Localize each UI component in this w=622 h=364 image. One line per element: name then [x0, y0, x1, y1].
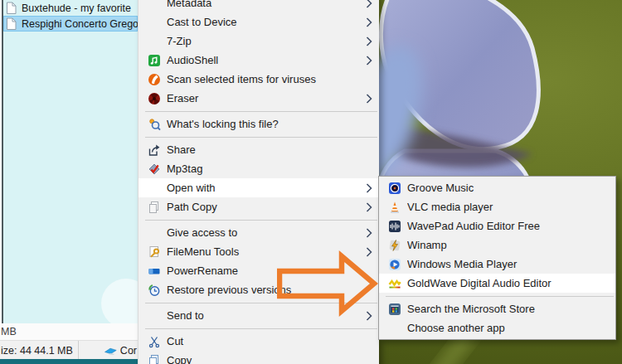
chevron-right-icon: [364, 183, 372, 193]
menu-item-goldwave-digital-audio-editor[interactable]: GoldWave Digital Audio Editor: [379, 274, 615, 293]
menu-item-give-access-to[interactable]: Give access to: [138, 223, 379, 242]
powerrename-icon: [147, 265, 162, 278]
menu-item-search-the-microsoft-store[interactable]: Search the Microsoft Store: [379, 299, 615, 318]
path-copy-icon: [147, 201, 162, 214]
menu-item-label: Eraser: [167, 92, 361, 104]
chevron-right-icon: [364, 228, 372, 238]
menu-item-label: PowerRename: [167, 265, 361, 277]
menu-item-label: FileMenu Tools: [167, 245, 361, 258]
menu-item-metadata[interactable]: Metadata: [138, 0, 379, 12]
menu-item-copy[interactable]: Copy: [138, 351, 379, 364]
menu-item-windows-media-player[interactable]: Windows Media Player: [379, 255, 615, 274]
mp3tag-icon: [147, 163, 162, 176]
no-icon: [147, 309, 162, 323]
menu-item-label: GoldWave Digital Audio Editor: [407, 277, 597, 289]
menu-item-7-zip[interactable]: 7-Zip: [138, 32, 379, 51]
menu-item-label: Choose another app: [407, 322, 597, 334]
menu-item-label: Winamp: [407, 239, 597, 251]
menu-item-choose-another-app[interactable]: Choose another app: [379, 318, 615, 337]
menu-item-label: VLC media player: [407, 201, 597, 213]
status-divider: [78, 341, 79, 360]
chevron-right-icon: [364, 247, 372, 257]
menu-item-label: What's locking this file?: [167, 118, 361, 130]
file-item-buxtehude-my-favorite[interactable]: Buxtehude - my favorite: [3, 0, 138, 16]
chevron-right-icon: [364, 311, 372, 321]
menu-item-eraser[interactable]: Eraser: [138, 89, 379, 108]
no-icon: [147, 182, 162, 195]
wavepad-icon: [387, 220, 402, 233]
menu-item-send-to[interactable]: Send to: [138, 306, 379, 325]
menu-separator: [145, 137, 377, 138]
menu-item-mp3tag[interactable]: Mp3tag: [138, 159, 379, 178]
menu-item-cast-to-device[interactable]: Cast to Device: [138, 12, 379, 32]
context-menu: MetadataCast to Device7-ZipAudioShellSca…: [138, 0, 379, 364]
share-icon: [147, 143, 162, 157]
menu-item-label: Mp3tag: [167, 163, 361, 175]
menu-item-audioshell[interactable]: AudioShell: [138, 51, 379, 70]
menu-item-wavepad-audio-editor-free[interactable]: WavePad Audio Editor Free: [379, 216, 615, 235]
chevron-right-icon: [364, 94, 372, 104]
menu-item-label: 7-Zip: [167, 35, 361, 47]
menu-item-label: Windows Media Player: [407, 258, 597, 270]
menu-separator: [145, 328, 377, 329]
menu-item-winamp[interactable]: Winamp: [379, 235, 615, 255]
menu-item-label: Metadata: [167, 0, 361, 9]
antivirus-icon: [147, 73, 162, 86]
cut-icon: [147, 335, 162, 348]
restore-versions-icon: [147, 284, 162, 297]
status-mb-label: MB: [1, 326, 17, 337]
file-icon: [6, 2, 18, 14]
file-name-label: Buxtehude - my favorite: [22, 2, 131, 14]
menu-item-what-s-locking-this-file[interactable]: What's locking this file?: [138, 114, 379, 133]
menu-item-label: Cut: [167, 335, 361, 347]
status-computer-label: Cor: [120, 345, 137, 357]
menu-item-scan-selected-items-for-viruses[interactable]: Scan selected items for viruses: [138, 70, 379, 89]
chevron-right-icon: [364, 56, 372, 66]
menu-item-cut[interactable]: Cut: [138, 332, 379, 351]
no-icon: [387, 322, 402, 335]
file-item-respighi-concerto-grego[interactable]: Respighi Concerto Grego: [3, 16, 138, 32]
file-list-panel: Buxtehude - my favoriteRespighi Concerto…: [3, 0, 138, 323]
no-icon: [147, 35, 162, 48]
filemenu-tools-icon: [147, 245, 162, 259]
menu-item-label: Open with: [167, 182, 361, 194]
no-icon: [147, 0, 162, 10]
menu-item-restore-previous-versions[interactable]: Restore previous versions: [138, 280, 379, 299]
panel-decoration: [101, 279, 138, 323]
menu-item-label: Scan selected items for viruses: [167, 73, 361, 85]
menu-separator: [145, 111, 377, 112]
chevron-right-icon: [364, 17, 372, 27]
goldwave-icon: [387, 277, 402, 290]
audioshell-icon: [147, 54, 162, 67]
menu-item-groove-music[interactable]: Groove Music: [379, 178, 615, 197]
lock-search-icon: [147, 118, 162, 131]
menu-separator: [145, 303, 377, 303]
menu-separator: [386, 296, 614, 297]
eraser-icon: [147, 92, 162, 105]
statusbar-teal-strip: [0, 359, 138, 364]
status-bar-top: MB: [0, 323, 138, 340]
open-with-submenu: Groove MusicVLC media playerWavePad Audi…: [378, 176, 616, 340]
wmp-icon: [387, 258, 402, 271]
explorer-window: Buxtehude - my favoriteRespighi Concerto…: [0, 0, 138, 364]
menu-item-label: Path Copy: [167, 201, 361, 213]
file-icon: [6, 17, 18, 30]
menu-item-powerrename[interactable]: PowerRename: [138, 261, 379, 280]
menu-item-label: Restore previous versions: [167, 284, 361, 296]
menu-item-vlc-media-player[interactable]: VLC media player: [379, 197, 615, 216]
menu-item-filemenu-tools[interactable]: FileMenu Tools: [138, 242, 379, 261]
menu-item-path-copy[interactable]: Path Copy: [138, 197, 379, 216]
menu-separator: [145, 220, 377, 221]
winamp-icon: [387, 239, 402, 252]
copy-icon: [147, 354, 162, 364]
no-icon: [147, 16, 162, 29]
menu-item-label: Search the Microsoft Store: [407, 303, 597, 315]
menu-item-open-with[interactable]: Open with: [138, 178, 379, 197]
vlc-icon: [387, 201, 402, 214]
chevron-right-icon: [364, 202, 372, 212]
menu-item-label: AudioShell: [167, 54, 361, 66]
groove-music-icon: [387, 182, 402, 195]
menu-item-label: Share: [167, 143, 361, 156]
menu-item-share[interactable]: Share: [138, 140, 379, 159]
ms-store-icon: [387, 303, 402, 316]
